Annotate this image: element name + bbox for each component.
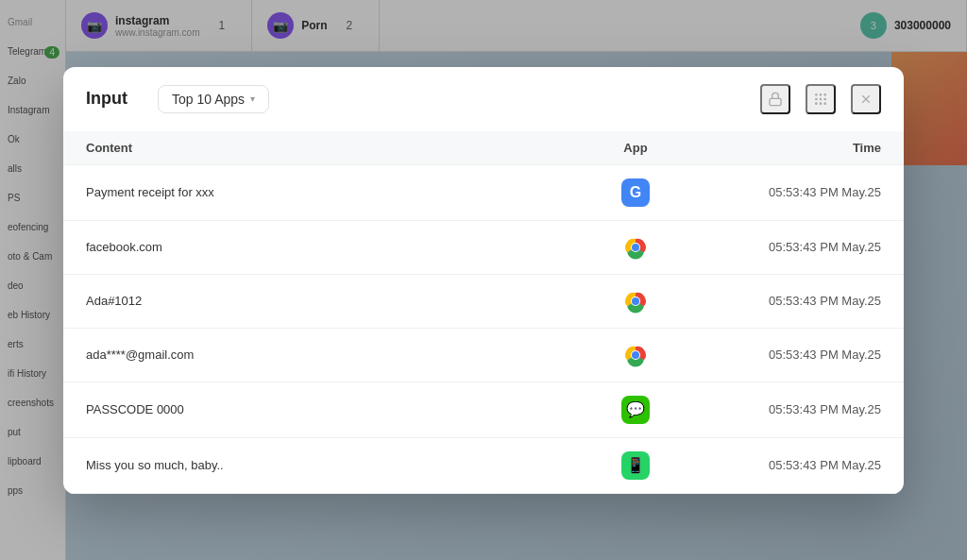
svg-point-4 [816, 93, 817, 94]
input-modal: Input Top 10 Apps ▾ [63, 67, 904, 494]
svg-point-8 [824, 98, 825, 99]
cell-content: Payment receipt for xxx [86, 185, 579, 199]
svg-point-2 [820, 98, 821, 99]
chrome-icon [622, 342, 649, 368]
column-app: App [579, 141, 692, 155]
cell-content: Miss you so much, baby.. [86, 458, 579, 472]
svg-point-19 [632, 297, 639, 305]
lock-button[interactable] [760, 84, 790, 114]
svg-point-3 [820, 103, 821, 104]
column-time: Time [692, 141, 881, 155]
table-row: Ada#1012 05:53:43 PM May.25 [63, 275, 904, 329]
table-header: Content App Time [63, 131, 904, 165]
table-row: ada****@gmail.com 05:53:43 PM May.25 [63, 329, 904, 382]
cell-app [579, 234, 692, 261]
grid-button[interactable] [806, 84, 836, 114]
cell-content: facebook.com [86, 240, 579, 254]
svg-point-6 [816, 103, 817, 104]
table-row: Payment receipt for xxx G 05:53:43 PM Ma… [63, 165, 904, 221]
modal-header: Input Top 10 Apps ▾ [63, 67, 904, 131]
cell-app [579, 342, 692, 368]
cell-time: 05:53:43 PM May.25 [692, 402, 881, 416]
chrome-icon [622, 234, 649, 261]
input-table: Content App Time Payment receipt for xxx… [63, 131, 904, 494]
cell-app: G [579, 178, 692, 207]
top-apps-filter-button[interactable]: Top 10 Apps ▾ [158, 85, 269, 113]
svg-point-7 [824, 93, 825, 94]
table-row: Miss you so much, baby.. 📱 05:53:43 PM M… [63, 438, 904, 494]
close-button[interactable] [851, 84, 881, 114]
wechat-icon: 💬 [621, 396, 650, 424]
cell-time: 05:53:43 PM May.25 [692, 185, 881, 199]
cell-time: 05:53:43 PM May.25 [692, 348, 881, 362]
cell-app [579, 288, 692, 314]
cell-content: Ada#1012 [86, 294, 579, 308]
svg-point-23 [632, 351, 639, 359]
whatsapp-icon: 📱 [621, 451, 650, 480]
svg-point-9 [824, 103, 825, 104]
chrome-icon [622, 288, 649, 314]
modal-overlay: Input Top 10 Apps ▾ [0, 0, 967, 560]
svg-point-1 [820, 93, 821, 94]
cell-app: 📱 [579, 451, 692, 480]
filter-label: Top 10 Apps [172, 92, 245, 107]
modal-title: Input [86, 89, 127, 109]
cell-content: ada****@gmail.com [86, 348, 579, 362]
svg-rect-0 [770, 98, 781, 105]
table-row: facebook.com 05:53:43 PM May.25 [63, 221, 904, 275]
column-content: Content [86, 141, 579, 155]
google-icon: G [621, 178, 650, 207]
svg-point-15 [632, 244, 639, 251]
cell-time: 05:53:43 PM May.25 [692, 240, 881, 254]
cell-content: PASSCODE 0000 [86, 402, 579, 416]
cell-time: 05:53:43 PM May.25 [692, 294, 881, 308]
cell-app: 💬 [579, 396, 692, 424]
cell-time: 05:53:43 PM May.25 [692, 458, 881, 472]
table-row: PASSCODE 0000 💬 05:53:43 PM May.25 [63, 382, 904, 438]
svg-point-5 [816, 98, 817, 99]
chevron-down-icon: ▾ [250, 93, 255, 104]
